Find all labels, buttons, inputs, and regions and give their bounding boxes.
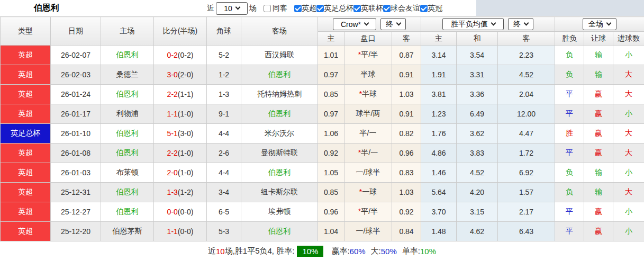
away-team: 纽卡斯尔联 [241, 183, 318, 202]
ah-line: *一球 [344, 183, 392, 202]
league-checkbox-friendly[interactable] [383, 5, 391, 12]
fulltime-score: 1-1 [167, 227, 178, 236]
result-goals: 大 [613, 124, 644, 144]
halftime-score: (3-0) [178, 129, 194, 138]
fulltime-score: 1-3 [167, 188, 178, 196]
result-handicap: 赢 [584, 124, 613, 144]
match-count-select[interactable]: 10 [216, 2, 248, 15]
match-type: 英足总杯 [1, 124, 51, 144]
eu-home-odds: 1.76 [421, 124, 457, 144]
eu-away-odds: 2.17 [498, 202, 555, 222]
top-bar: 伯恩利 近 10 场 同客 英超 英足总杯 英联杯 球会友谊 英冠 [0, 0, 644, 16]
eu-draw-odds: 4.20 [457, 183, 498, 202]
score: 2-2(1-0) [154, 144, 207, 163]
handicap-time-select[interactable]: 终 [380, 18, 406, 30]
ah-away-odds: 0.87 [392, 46, 421, 65]
result-handicap: 赢 [584, 85, 613, 104]
col-header-eu-home: 主 [421, 32, 457, 46]
corner-background [476, 0, 644, 16]
away-team: 伯恩利 [241, 104, 318, 124]
eu-away-odds: 2.04 [498, 85, 555, 104]
match-type: 英超 [1, 144, 51, 163]
home-team: 桑德兰 [101, 65, 154, 85]
corners: 5-2 [207, 46, 241, 65]
table-row: 英超 26-01-17 利物浦 1-1(1-0) 9-1 伯恩利 0.97 球半… [1, 104, 644, 124]
ah-away-odds: 0.91 [392, 65, 421, 85]
result-goals: 小 [613, 222, 644, 241]
eu-draw-odds: 6.49 [457, 104, 498, 124]
halftime-score: (1-0) [178, 110, 194, 118]
col-header-eu-draw: 和 [457, 32, 498, 46]
table-row: 英超 25-12-27 伯恩利 0-0(0-0) 6-5 埃弗顿 0.96 *平… [1, 202, 644, 222]
eu-away-odds: 12.00 [498, 104, 555, 124]
result-handicap: 输 [584, 183, 613, 202]
filter-controls: 近 10 场 同客 英超 英足总杯 英联杯 球会友谊 英冠 [205, 2, 442, 15]
result-handicap: 赢 [584, 104, 613, 124]
match-date: 26-01-10 [51, 124, 101, 144]
summary-footer: 近10场,胜1平5负4, 胜率: 10% 赢率:60% 大:50% 单率:10% [0, 241, 644, 260]
league-checkbox-facup[interactable] [316, 5, 324, 12]
ah-away-odds: 1.03 [392, 85, 421, 104]
corners: 5-3 [207, 222, 241, 241]
euro-time-select[interactable]: 终 [508, 18, 533, 30]
league-checkbox-championship[interactable] [420, 5, 428, 12]
big-value: 50% [381, 247, 397, 256]
score: 5-1(3-0) [154, 124, 207, 144]
match-date: 26-01-08 [51, 144, 101, 163]
same-away-checkbox[interactable] [264, 5, 271, 12]
ah-home-odds: 1.06 [318, 124, 344, 144]
result-goals: 小 [613, 202, 644, 222]
fulltime-score: 1-1 [167, 110, 178, 118]
summary-count: 10 [216, 247, 225, 256]
chevron-down-icon [396, 21, 402, 26]
league-label-friendly: 球会友谊 [391, 4, 420, 13]
big-label: 大: [371, 246, 381, 256]
score: 3-0(2-0) [154, 65, 207, 85]
eu-draw-odds: 4.52 [457, 163, 498, 183]
eu-home-odds: 1.46 [421, 163, 457, 183]
result-outcome: 平 [555, 144, 584, 163]
result-goals: 小 [613, 46, 644, 65]
col-header-type: 类型 [1, 17, 51, 46]
league-checkbox-premier[interactable] [294, 5, 302, 12]
match-type: 英超 [1, 202, 51, 222]
result-goals: 大 [613, 144, 644, 163]
summary-prefix: 近 [208, 246, 216, 256]
col-header-eu-away: 客 [498, 32, 555, 46]
col-header-home: 主场 [101, 17, 154, 46]
same-away-label: 同客 [273, 4, 287, 13]
score: 0-2(0-2) [154, 46, 207, 65]
fulltime-score: 3-0 [167, 70, 178, 79]
league-label-eflcup: 英联杯 [361, 4, 383, 13]
handicap-group-header: Crow* 终 [318, 17, 421, 32]
score: 0-0(0-0) [154, 202, 207, 222]
match-type: 英超 [1, 65, 51, 85]
ah-home-odds: 0.97 [318, 104, 344, 124]
league-checkbox-eflcup[interactable] [353, 5, 361, 12]
match-type: 英超 [1, 85, 51, 104]
match-date: 26-01-17 [51, 104, 101, 124]
score: 2-2(1-1) [154, 85, 207, 104]
away-team: 米尔沃尔 [241, 124, 318, 144]
eu-away-odds: 1.72 [498, 144, 555, 163]
match-date: 26-01-24 [51, 85, 101, 104]
chevron-down-icon [364, 21, 369, 26]
eu-draw-odds: 3.83 [457, 144, 498, 163]
eu-away-odds: 6.43 [498, 222, 555, 241]
ah-home-odds: 1.01 [318, 46, 344, 65]
result-handicap: 输 [584, 65, 613, 85]
col-header-ah-away: 客 [392, 32, 421, 46]
ah-line: *半/一 [344, 144, 392, 163]
result-outcome: 平 [555, 202, 584, 222]
eu-home-odds: 1.48 [421, 222, 457, 241]
euro-mean-select[interactable]: 胜平负均值 [442, 18, 504, 30]
score: 1-1(0-0) [154, 222, 207, 241]
col-header-date: 日期 [51, 17, 101, 46]
col-header-outcome: 胜负 [555, 32, 584, 46]
bookmaker-select[interactable]: Crow* [333, 18, 376, 30]
odds-win-label: 赢率: [331, 246, 349, 256]
chevron-down-icon [235, 5, 240, 10]
match-type: 英超 [1, 104, 51, 124]
scope-select[interactable]: 全场 [583, 18, 616, 30]
chevron-down-icon [491, 21, 496, 26]
